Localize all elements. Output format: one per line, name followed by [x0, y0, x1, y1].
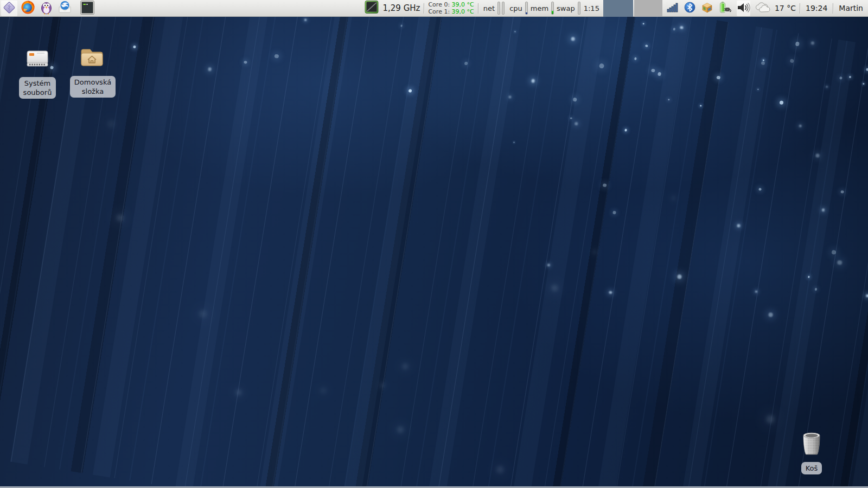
user-menu[interactable]: Martin [837, 4, 865, 12]
core0-label: Core 0: [428, 1, 450, 8]
volume-tray[interactable] [737, 1, 750, 16]
cpu-chip-icon [363, 0, 380, 17]
mem-label: mem [531, 4, 548, 12]
desktop-icon-trash[interactable]: Koš [789, 430, 834, 474]
system-tray [666, 0, 750, 16]
filesystem-icon [24, 45, 51, 74]
uptime-value: 1:15 [584, 4, 599, 12]
net-label: net [483, 4, 495, 12]
top-panel: 1,29 GHz Core 0: 39,0 °C Core 1: 39,0 °C… [0, 0, 868, 17]
cpu-graph-plugin[interactable] [603, 0, 633, 17]
filesystem-label: Systém souborů [19, 77, 56, 99]
cpu-bar [525, 2, 528, 15]
volume-icon [737, 2, 750, 15]
firefox-icon [21, 0, 35, 16]
core1-label: Core 1: [428, 8, 450, 15]
terminal-launcher[interactable] [79, 1, 95, 16]
package-icon [701, 2, 713, 15]
trash-icon [800, 430, 824, 459]
desktop-screen: 1,29 GHz Core 0: 39,0 °C Core 1: 39,0 °C… [0, 0, 868, 488]
wallpaper [0, 17, 868, 488]
swap-label: swap [557, 4, 575, 12]
thunderbird-icon [58, 0, 72, 16]
package-tray[interactable] [701, 1, 714, 16]
core0-value: 39,0 °C [452, 1, 474, 8]
signal-strength-icon [667, 2, 679, 15]
bluetooth-icon [684, 2, 695, 15]
pidgin-launcher[interactable] [38, 1, 54, 16]
app-menu-icon [2, 1, 16, 16]
weather-cloud-icon [754, 1, 772, 16]
panel-separator [424, 3, 424, 14]
home-folder-icon [79, 44, 106, 73]
app-menu-button[interactable] [1, 1, 17, 16]
sensors-plugin[interactable]: Core 0: 39,0 °C Core 1: 39,0 °C [428, 0, 474, 16]
panel-launchers [1, 0, 95, 16]
cpu-freq-plugin[interactable]: 1,29 GHz [363, 0, 420, 16]
pidgin-icon [39, 0, 54, 16]
signal-strength-tray[interactable] [666, 1, 679, 16]
swap-bar [578, 2, 580, 15]
panel-separator [800, 3, 800, 14]
home-folder-label: Domovská složka [70, 76, 116, 98]
thunderbird-launcher[interactable] [56, 1, 73, 16]
battery-tray[interactable] [718, 1, 732, 16]
desktop-icon-filesystem[interactable]: Systém souborů [15, 45, 60, 99]
system-graph-plugin[interactable] [634, 0, 662, 17]
mem-bar [551, 2, 554, 15]
bluetooth-tray[interactable] [684, 1, 697, 16]
panel-separator [833, 3, 833, 14]
cpu-freq-value: 1,29 GHz [382, 3, 420, 13]
weather-temp: 17 °C [775, 4, 796, 12]
trash-label: Koš [801, 462, 822, 474]
weather-plugin[interactable]: 17 °C [754, 0, 796, 16]
panel-plugins: 1,29 GHz Core 0: 39,0 °C Core 1: 39,0 °C… [363, 0, 865, 16]
net-in-bar [497, 2, 500, 15]
clock[interactable]: 19:24 [804, 4, 829, 12]
terminal-icon [80, 0, 95, 17]
core1-value: 39,0 °C [452, 8, 474, 15]
graph-plugins [603, 0, 662, 17]
desktop-icon-home[interactable]: Domovská složka [70, 44, 116, 98]
netload-plugin[interactable]: net [482, 0, 505, 16]
cpu-label: cpu [509, 4, 522, 12]
desktop-surface[interactable]: Systém souborů Domovská složka [0, 17, 868, 488]
panel-separator [478, 3, 478, 14]
net-out-bar [502, 2, 505, 15]
firefox-launcher[interactable] [20, 1, 36, 16]
battery-plugged-icon [718, 1, 732, 15]
systemload-plugin[interactable]: cpu mem swap 1:15 [508, 0, 599, 16]
